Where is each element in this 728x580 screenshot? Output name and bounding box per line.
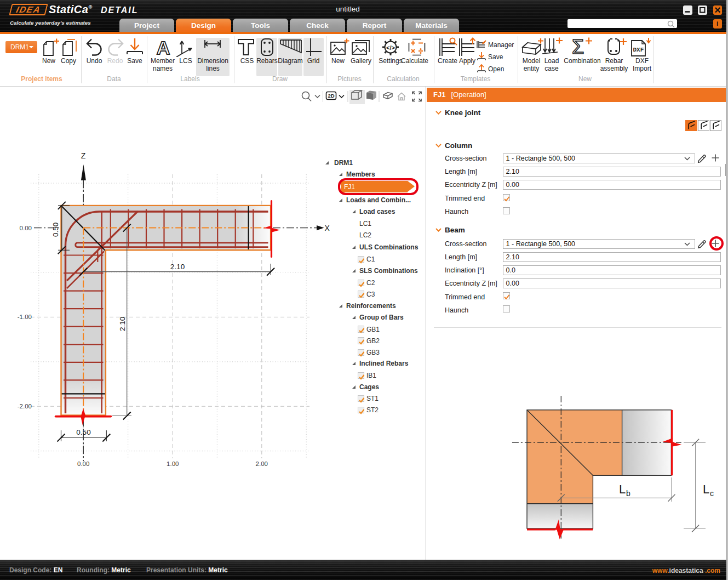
svg-text:0.50: 0.50 bbox=[51, 223, 60, 237]
svg-text:A: A bbox=[157, 38, 170, 56]
svg-text:1.00: 1.00 bbox=[167, 460, 179, 467]
svg-text:2.10: 2.10 bbox=[170, 263, 185, 271]
svg-text:</>: </> bbox=[386, 44, 395, 51]
svg-text:b: b bbox=[626, 489, 630, 498]
svg-text:L: L bbox=[619, 482, 626, 496]
svg-text:L: L bbox=[703, 482, 709, 496]
svg-text:DXF: DXF bbox=[633, 47, 644, 53]
svg-text:-2.00: -2.00 bbox=[18, 403, 32, 410]
svg-text:-1.00: -1.00 bbox=[18, 314, 32, 320]
svg-text:Σ: Σ bbox=[572, 37, 584, 56]
svg-text:0.00: 0.00 bbox=[20, 225, 32, 231]
svg-text:2.10: 2.10 bbox=[118, 317, 127, 331]
svg-text:2.00: 2.00 bbox=[256, 460, 268, 467]
svg-text:c: c bbox=[710, 489, 714, 498]
svg-text:0.50: 0.50 bbox=[76, 428, 90, 436]
svg-text:X: X bbox=[325, 224, 330, 232]
svg-text:0.00: 0.00 bbox=[77, 460, 89, 467]
svg-text:Z: Z bbox=[81, 151, 86, 160]
